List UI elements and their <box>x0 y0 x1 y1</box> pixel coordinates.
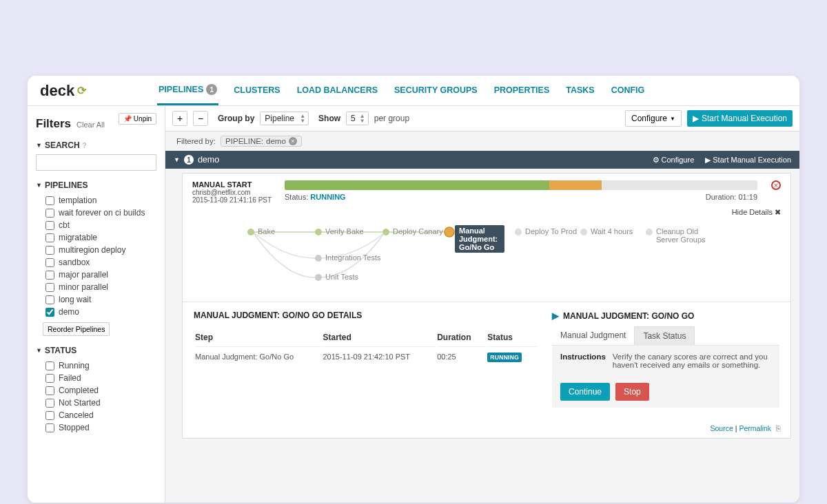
pipeline-filter-item[interactable]: multiregion deploy <box>36 244 156 256</box>
duration-value: 01:19 <box>738 193 757 201</box>
source-link[interactable]: Source <box>711 424 733 432</box>
checkbox[interactable] <box>45 374 54 383</box>
cell-step: Manual Judgment: Go/No Go <box>195 348 321 365</box>
checkbox[interactable] <box>45 246 54 255</box>
checkbox[interactable] <box>45 271 54 280</box>
remove-button[interactable]: − <box>193 111 208 126</box>
pipelines-section-title[interactable]: ▼ PIPELINES <box>36 180 156 190</box>
chevron-down-icon[interactable]: ▼ <box>174 156 180 163</box>
status-section-title[interactable]: ▼ STATUS <box>36 346 156 355</box>
checkbox[interactable] <box>45 196 54 205</box>
checkbox[interactable] <box>45 411 54 420</box>
status-filter-item[interactable]: Not Started <box>36 397 156 409</box>
toolbar: + − Group by Pipeline ▲▼ Show 5 ▲▼ per g… <box>165 106 799 132</box>
pipeline-start-link[interactable]: ▶ Start Manual Execution <box>705 156 791 165</box>
unpin-button[interactable]: 📌 Unpin <box>119 113 156 125</box>
help-icon[interactable]: ? <box>83 142 87 149</box>
tab-task-status[interactable]: Task Status <box>634 326 695 346</box>
checkbox[interactable] <box>45 308 54 317</box>
svg-text:Go/No Go: Go/No Go <box>459 243 495 251</box>
table-header-row: Step Started Duration Status <box>195 328 537 347</box>
pipeline-filter-item[interactable]: sandbox <box>36 256 156 269</box>
pipeline-filter-item[interactable]: cbt <box>36 219 156 231</box>
svg-point-15 <box>515 229 522 235</box>
svg-text:Manual: Manual <box>459 227 485 235</box>
hide-details-link[interactable]: Hide Details ✖ <box>183 207 790 218</box>
nav-clusters[interactable]: CLUSTERS <box>232 77 281 105</box>
status-filter-item[interactable]: Completed <box>36 384 156 397</box>
show-count-select[interactable]: 5 ▲▼ <box>346 112 369 125</box>
checkbox-label: cbt <box>59 220 70 230</box>
status-filter-item[interactable]: Running <box>36 359 156 372</box>
checkbox[interactable] <box>45 386 54 395</box>
nav-load-balancers[interactable]: LOAD BALANCERS <box>296 77 379 105</box>
checkbox[interactable] <box>45 258 54 267</box>
pipeline-filter-item[interactable]: long wait <box>36 293 156 306</box>
svg-point-6 <box>315 255 322 262</box>
cancel-execution-icon[interactable]: × <box>771 180 781 190</box>
nav-pipelines-label: PIPELINES <box>159 85 203 94</box>
svg-text:Unit Tests: Unit Tests <box>325 273 359 281</box>
search-input[interactable] <box>36 154 156 171</box>
remove-filter-icon[interactable]: × <box>289 137 297 145</box>
pin-icon: 📌 <box>123 115 132 123</box>
nav-config[interactable]: CONFIG <box>610 77 646 105</box>
select-arrows-icon: ▲▼ <box>360 114 365 123</box>
details-left: MANUAL JUDGMENT: GO/NO GO DETAILS Step S… <box>194 311 538 413</box>
tab-manual-judgment[interactable]: Manual Judgment <box>552 326 634 345</box>
status-filter-item[interactable]: Stopped <box>36 421 156 434</box>
checkbox[interactable] <box>45 399 54 408</box>
progress-wrap: Status: RUNNING Duration: 01:19 <box>285 180 757 201</box>
checkbox[interactable] <box>45 209 54 218</box>
checkbox[interactable] <box>45 423 54 432</box>
group-by-value: Pipeline <box>265 114 294 123</box>
group-by-select[interactable]: Pipeline ▲▼ <box>260 112 309 125</box>
refresh-icon[interactable]: ⟳ <box>77 84 86 97</box>
checkbox[interactable] <box>45 221 54 230</box>
stop-button[interactable]: Stop <box>615 383 649 401</box>
checkbox[interactable] <box>45 233 54 242</box>
col-step: Step <box>195 328 321 347</box>
nav-properties[interactable]: PROPERTIES <box>493 77 551 105</box>
status-filter-item[interactable]: Failed <box>36 372 156 384</box>
checkbox[interactable] <box>45 283 54 292</box>
pipeline-filter-item[interactable]: minor parallel <box>36 281 156 293</box>
start-manual-execution-button[interactable]: ▶ Start Manual Execution <box>687 110 793 127</box>
checkbox-label: minor parallel <box>59 282 108 292</box>
filter-chip-value: demo <box>266 137 286 145</box>
pipeline-name: demo <box>198 155 219 165</box>
copy-icon[interactable]: ⎘ <box>776 424 781 432</box>
instructions-label: Instructions <box>560 353 606 369</box>
pipeline-filter-item[interactable]: demo <box>36 306 156 318</box>
checkbox-label: demo <box>59 307 79 317</box>
search-section-title[interactable]: ▼ SEARCH ? <box>36 140 156 150</box>
pipeline-configure-link[interactable]: ⚙ Configure <box>653 156 695 165</box>
svg-text:Verify Bake: Verify Bake <box>325 227 364 235</box>
stages-graph: Bake Verify Bake Deploy Canary Integrati… <box>183 218 790 302</box>
svg-text:Deploy To Prod: Deploy To Prod <box>525 227 577 235</box>
configure-label: Configure <box>631 114 667 123</box>
checkbox[interactable] <box>45 361 54 370</box>
app-window: deck ⟳ PIPELINES 1 CLUSTERS LOAD BALANCE… <box>28 76 799 503</box>
continue-button[interactable]: Continue <box>560 383 610 401</box>
reorder-pipelines-button[interactable]: Reorder Pipelines <box>43 322 110 336</box>
nav-tasks[interactable]: TASKS <box>564 77 595 105</box>
pipeline-filter-item[interactable]: major parallel <box>36 269 156 281</box>
add-button[interactable]: + <box>172 111 187 126</box>
status-label: STATUS <box>45 346 76 355</box>
pipeline-filter-item[interactable]: templation <box>36 194 156 207</box>
status-filter-item[interactable]: Canceled <box>36 409 156 421</box>
permalink-link[interactable]: Permalink <box>739 424 771 432</box>
pipeline-filter-item[interactable]: migratable <box>36 231 156 244</box>
checkbox-label: wait forever on ci builds <box>59 208 145 218</box>
nav-pipelines[interactable]: PIPELINES 1 <box>157 76 218 105</box>
pipeline-filter-list: templationwait forever on ci buildscbtmi… <box>36 194 156 318</box>
pipeline-filter-item[interactable]: wait forever on ci builds <box>36 207 156 219</box>
clear-all-link[interactable]: Clear All <box>76 120 105 129</box>
per-group-label: per group <box>374 114 409 123</box>
checkbox[interactable] <box>45 295 54 304</box>
main: + − Group by Pipeline ▲▼ Show 5 ▲▼ per g… <box>165 106 799 503</box>
status-value: RUNNING <box>310 193 345 201</box>
configure-button[interactable]: Configure ▼ <box>625 110 682 127</box>
nav-security-groups[interactable]: SECURITY GROUPS <box>393 77 479 105</box>
